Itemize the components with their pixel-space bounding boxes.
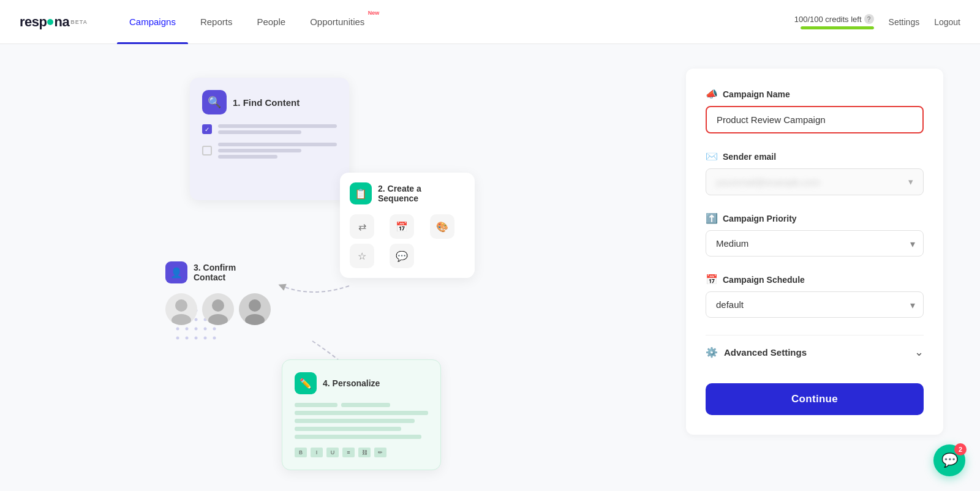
avatar-3 — [239, 293, 271, 325]
advanced-settings-left: ⚙️ Advanced Settings — [706, 347, 807, 358]
svg-point-35 — [176, 328, 179, 331]
envelope-icon: ✉️ — [706, 151, 718, 162]
pen-btn[interactable]: ✏ — [374, 448, 386, 457]
credits-info-icon[interactable]: ? — [864, 14, 874, 24]
priority-select-wrapper: Low Medium High — [706, 230, 924, 257]
campaign-name-label: 📣 Campaign Name — [706, 88, 924, 100]
sender-email-field: ✉️ Sender email youremail@example.com ▾ — [706, 151, 924, 195]
chat-icon: 💬 — [390, 244, 414, 268]
star-icon: ☆ — [350, 244, 374, 268]
svg-point-40 — [176, 337, 179, 340]
step4-content: B I U ≡ ⛓ ✏ — [295, 403, 428, 457]
form-area: 📣 Campaign Name ✉️ Sender email youremai… — [662, 44, 980, 491]
svg-point-37 — [195, 328, 198, 331]
bold-btn[interactable]: B — [295, 448, 307, 457]
checked-item-icon — [202, 124, 212, 134]
step1-label: 1. Find Content — [233, 97, 300, 108]
calendar-icon: 📅 — [390, 214, 414, 239]
opportunities-new-badge: New — [368, 10, 380, 16]
schedule-icon: 📅 — [706, 274, 718, 285]
step4-box: ✏️ 4. Personalize B I U — [282, 359, 441, 470]
campaign-schedule-label: 📅 Campaign Schedule — [706, 274, 924, 285]
sender-email-display: youremail@example.com ▾ — [706, 168, 924, 195]
step4-icon: ✏️ — [295, 372, 317, 394]
nav-settings-link[interactable]: Settings — [889, 17, 920, 27]
svg-point-39 — [213, 328, 216, 331]
link-btn[interactable]: ⛓ — [358, 448, 371, 457]
italic-btn[interactable]: I — [311, 448, 323, 457]
underline-btn[interactable]: U — [326, 448, 339, 457]
chat-bubble-icon: 💬 — [941, 452, 958, 468]
schedule-select[interactable]: default custom — [706, 291, 924, 318]
unchecked-item-icon — [202, 146, 212, 156]
nav-right: 100/100 credits left ? Settings Logout — [794, 14, 960, 29]
credits-bar — [801, 26, 874, 29]
nav-people[interactable]: People — [244, 0, 298, 44]
step1-icon: 🔍 — [202, 90, 227, 114]
svg-point-45 — [175, 299, 187, 312]
campaign-schedule-field: 📅 Campaign Schedule default custom — [706, 274, 924, 318]
nav-opportunities[interactable]: Opportunities New — [298, 0, 384, 44]
nav-campaigns[interactable]: Campaigns — [117, 0, 188, 44]
nav-logout-link[interactable]: Logout — [934, 17, 960, 27]
priority-select[interactable]: Low Medium High — [706, 230, 924, 257]
schedule-select-wrapper: default custom — [706, 291, 924, 318]
priority-icon: ⬆️ — [706, 212, 718, 224]
campaign-name-field: 📣 Campaign Name — [706, 88, 924, 133]
step3-label: 3. Confirm Contact — [194, 263, 236, 282]
beta-badge: BETA — [70, 19, 88, 25]
megaphone-icon: 📣 — [706, 88, 718, 100]
gear-icon: ⚙️ — [706, 347, 718, 358]
step2-box: 📋 2. Create a Sequence ⇄ 📅 🎨 ☆ 💬 — [340, 173, 475, 278]
campaign-name-input[interactable] — [706, 106, 924, 133]
svg-point-43 — [204, 337, 207, 340]
step2-label: 2. Create a Sequence — [378, 184, 421, 203]
avatar-1 — [165, 293, 197, 325]
step3-icon: 👤 — [165, 261, 187, 283]
nav-reports[interactable]: Reports — [188, 0, 245, 44]
editor-toolbar: B I U ≡ ⛓ ✏ — [295, 448, 428, 457]
sender-chevron-icon: ▾ — [908, 176, 913, 187]
illustration-area: 🔍 1. Find Content — [0, 44, 662, 491]
step4-header: ✏️ 4. Personalize — [295, 372, 428, 394]
step2-header: 📋 2. Create a Sequence — [350, 182, 465, 204]
continue-button[interactable]: Continue — [706, 383, 924, 415]
palette-icon: 🎨 — [430, 214, 454, 239]
svg-point-48 — [208, 314, 228, 325]
step3-header: 👤 3. Confirm Contact — [165, 261, 271, 283]
svg-point-49 — [249, 299, 261, 312]
advanced-chevron-icon: ⌄ — [914, 345, 924, 359]
chat-badge: 2 — [954, 443, 967, 455]
nav-links: Campaigns Reports People Opportunities N… — [117, 0, 384, 44]
step4-label: 4. Personalize — [323, 378, 380, 388]
step3-box: 👤 3. Confirm Contact — [165, 261, 271, 325]
avatar-2 — [202, 293, 234, 325]
credits-display: 100/100 credits left ? — [794, 14, 874, 29]
svg-point-44 — [213, 337, 216, 340]
main-content: 🔍 1. Find Content — [0, 44, 980, 491]
svg-point-36 — [186, 328, 189, 331]
share-icon: ⇄ — [350, 214, 374, 239]
svg-point-50 — [245, 314, 265, 325]
credits-bar-fill — [801, 26, 874, 29]
step2-icons-grid: ⇄ 📅 🎨 ☆ 💬 — [350, 214, 465, 268]
avatars-row — [165, 293, 271, 325]
sender-email-label: ✉️ Sender email — [706, 151, 924, 162]
svg-point-41 — [186, 337, 189, 340]
campaign-form: 📣 Campaign Name ✉️ Sender email youremai… — [686, 69, 943, 435]
chat-bubble[interactable]: 💬 2 — [933, 444, 965, 476]
svg-point-47 — [212, 299, 224, 312]
svg-point-42 — [195, 337, 198, 340]
step1-content — [202, 124, 337, 159]
logo-dot — [47, 19, 53, 25]
campaign-priority-field: ⬆️ Campaign Priority Low Medium High — [706, 212, 924, 257]
advanced-settings-toggle[interactable]: ⚙️ Advanced Settings ⌄ — [706, 335, 924, 369]
step1-box: 🔍 1. Find Content — [190, 78, 349, 200]
illustration-container: 🔍 1. Find Content — [159, 78, 502, 457]
format-btn[interactable]: ≡ — [342, 448, 355, 457]
svg-point-38 — [204, 328, 207, 331]
step2-icon: 📋 — [350, 182, 372, 204]
navbar: respna BETA Campaigns Reports People Opp… — [0, 0, 980, 44]
logo: respna BETA — [20, 14, 88, 30]
campaign-priority-label: ⬆️ Campaign Priority — [706, 212, 924, 224]
